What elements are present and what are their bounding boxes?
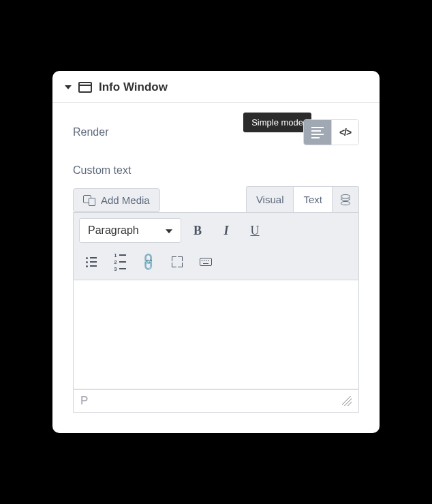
link-icon: 🔗 bbox=[138, 251, 159, 272]
render-tooltip: Simple mode bbox=[243, 113, 311, 132]
tab-text[interactable]: Text bbox=[293, 186, 333, 212]
editor-toolbar: Paragraph B I U 🔗 bbox=[73, 212, 359, 280]
render-mode-toggle: </> bbox=[303, 119, 359, 145]
collapse-caret-icon[interactable] bbox=[65, 85, 72, 89]
numbered-list-icon bbox=[114, 253, 126, 271]
link-button[interactable]: 🔗 bbox=[136, 250, 161, 274]
info-window-panel: Info Window Simple mode Render </> Custo… bbox=[52, 71, 380, 433]
editor-textarea[interactable] bbox=[73, 280, 359, 389]
simple-mode-button[interactable] bbox=[304, 120, 331, 145]
code-mode-button[interactable]: </> bbox=[331, 120, 358, 145]
code-icon: </> bbox=[339, 127, 351, 138]
editor-statusbar: P bbox=[73, 389, 359, 413]
window-icon bbox=[78, 82, 92, 93]
editor-top-bar: Add Media Visual Text bbox=[73, 186, 359, 212]
element-path[interactable]: P bbox=[80, 394, 88, 408]
panel-body: Simple mode Render </> Custom text Add M… bbox=[52, 103, 380, 433]
add-media-button[interactable]: Add Media bbox=[73, 188, 160, 212]
editor-tabs: Visual Text bbox=[247, 186, 359, 212]
italic-button[interactable]: I bbox=[214, 218, 238, 243]
bullet-list-button[interactable] bbox=[79, 250, 104, 274]
underline-button[interactable]: U bbox=[243, 218, 267, 243]
text-lines-icon bbox=[311, 127, 324, 138]
tab-visual[interactable]: Visual bbox=[246, 186, 294, 212]
bullet-list-icon bbox=[86, 257, 97, 267]
numbered-list-button[interactable] bbox=[108, 250, 132, 274]
panel-header[interactable]: Info Window bbox=[52, 71, 380, 103]
tab-shortcodes[interactable] bbox=[332, 186, 359, 212]
expand-icon bbox=[172, 256, 183, 267]
bold-button[interactable]: B bbox=[185, 218, 210, 243]
fullscreen-button[interactable] bbox=[165, 250, 189, 274]
custom-text-label: Custom text bbox=[73, 164, 359, 177]
render-label: Render bbox=[73, 126, 108, 138]
resize-handle[interactable] bbox=[342, 396, 352, 406]
media-icon bbox=[83, 195, 95, 206]
panel-title: Info Window bbox=[99, 80, 168, 94]
render-row: Render </> bbox=[73, 119, 359, 145]
add-media-label: Add Media bbox=[101, 194, 150, 206]
keyboard-icon bbox=[200, 258, 212, 266]
database-icon bbox=[341, 194, 350, 205]
format-select[interactable]: Paragraph bbox=[79, 218, 181, 243]
keyboard-button[interactable] bbox=[194, 250, 218, 274]
